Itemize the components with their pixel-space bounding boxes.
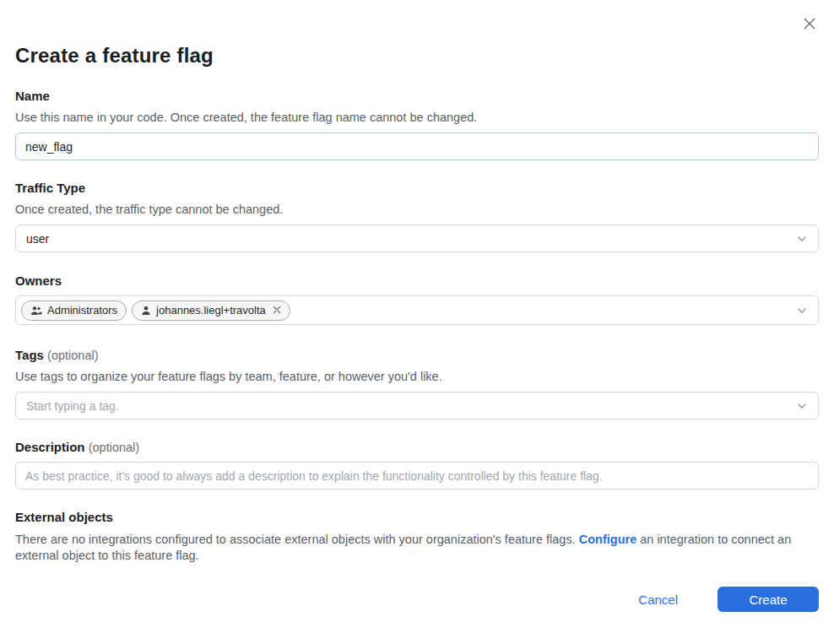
cancel-button[interactable]: Cancel <box>638 593 678 607</box>
chevron-down-icon <box>796 305 808 317</box>
external-objects-text: There are no integrations configured to … <box>15 532 819 564</box>
name-help-text: Use this name in your code. Once created… <box>15 110 819 125</box>
tags-input[interactable] <box>26 399 796 413</box>
owner-chip-label: johannes.liegl+travolta <box>156 304 266 317</box>
traffic-type-select[interactable]: user <box>15 225 819 252</box>
owner-chip-administrators[interactable]: Administrators <box>21 300 127 321</box>
description-optional-suffix: (optional) <box>89 441 139 454</box>
configure-link[interactable]: Configure <box>579 533 636 546</box>
tags-combobox[interactable] <box>15 392 819 419</box>
dialog-footer: Cancel Create <box>638 587 819 612</box>
external-objects-section: External objects There are no integratio… <box>15 510 819 564</box>
traffic-type-section: Traffic Type Once created, the traffic t… <box>15 181 819 252</box>
name-section: Name Use this name in your code. Once cr… <box>15 89 819 160</box>
remove-owner-button[interactable] <box>271 304 281 317</box>
create-button[interactable]: Create <box>718 587 819 612</box>
external-objects-text-before: There are no integrations configured to … <box>15 533 579 546</box>
description-label: Description (optional) <box>15 440 819 454</box>
owners-label: Owners <box>15 273 819 288</box>
create-feature-flag-dialog: Create a feature flag Name Use this name… <box>0 0 834 644</box>
tags-label: Tags (optional) <box>15 348 819 362</box>
group-icon <box>30 306 42 316</box>
name-label: Name <box>15 89 819 103</box>
close-icon <box>801 15 818 35</box>
owners-chip-list: Administrators johannes.liegl+travolta <box>21 300 796 321</box>
owners-section: Owners Administrators johannes.liegl+tra… <box>15 273 819 325</box>
description-input[interactable] <box>15 462 819 490</box>
owners-multiselect[interactable]: Administrators johannes.liegl+travolta <box>15 295 819 325</box>
chevron-down-icon <box>796 233 808 245</box>
person-icon <box>141 306 151 316</box>
name-input[interactable] <box>15 133 819 160</box>
tags-help-text: Use tags to organize your feature flags … <box>15 369 819 384</box>
tags-optional-suffix: (optional) <box>47 349 98 362</box>
traffic-type-label: Traffic Type <box>15 181 819 195</box>
remove-icon <box>273 304 281 317</box>
dialog-title: Create a feature flag <box>15 0 819 68</box>
description-section: Description (optional) <box>15 440 819 490</box>
tags-section: Tags (optional) Use tags to organize you… <box>15 348 819 419</box>
owner-chip-label: Administrators <box>47 304 117 317</box>
traffic-type-help-text: Once created, the traffic type cannot be… <box>15 202 819 217</box>
chevron-down-icon <box>796 400 808 412</box>
external-objects-label: External objects <box>15 510 819 524</box>
owner-chip-user[interactable]: johannes.liegl+travolta <box>132 300 290 321</box>
close-button[interactable] <box>799 14 820 35</box>
traffic-type-selected-value: user <box>26 232 796 246</box>
